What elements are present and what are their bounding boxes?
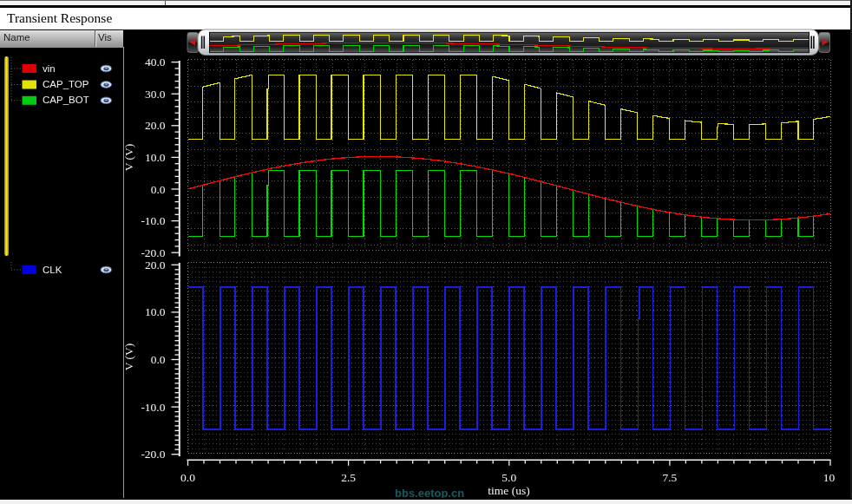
svg-text:30.0: 30.0	[145, 88, 166, 101]
svg-text:20.0: 20.0	[145, 119, 166, 132]
svg-text:20.0: 20.0	[145, 259, 166, 272]
svg-text:7.5: 7.5	[662, 471, 677, 484]
svg-text:0.0: 0.0	[151, 353, 166, 366]
svg-text:-20.0: -20.0	[141, 246, 165, 259]
svg-text:-10.0: -10.0	[141, 214, 165, 227]
svg-text:10.0: 10.0	[145, 305, 166, 318]
svg-text:V (V): V (V)	[122, 344, 135, 371]
svg-text:10.0: 10.0	[145, 151, 166, 164]
svg-text:time (us): time (us)	[488, 484, 529, 497]
svg-text:V (V): V (V)	[122, 144, 135, 172]
svg-text:2.5: 2.5	[341, 471, 356, 484]
svg-text:0.0: 0.0	[151, 183, 166, 196]
svg-text:0.0: 0.0	[180, 471, 195, 484]
svg-text:10: 10	[823, 471, 836, 484]
svg-text:-10.0: -10.0	[141, 401, 165, 414]
svg-text:40.0: 40.0	[145, 56, 166, 69]
svg-text:5.0: 5.0	[501, 471, 516, 484]
svg-text:-20.0: -20.0	[141, 448, 165, 461]
